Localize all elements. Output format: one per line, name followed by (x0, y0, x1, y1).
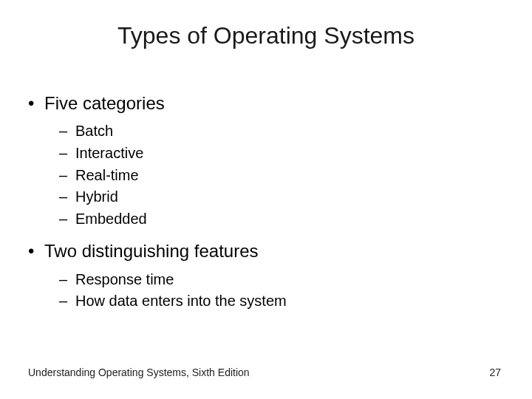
list-item: –Hybrid (59, 187, 495, 208)
footer-book-title: Understanding Operating Systems, Sixth E… (28, 366, 250, 378)
sub-item-text: Interactive (75, 145, 143, 161)
list-item: –Batch (59, 121, 495, 142)
dash-icon: – (59, 166, 75, 186)
slide-title: Types of Operating Systems (0, 22, 532, 50)
page-number: 27 (489, 366, 501, 378)
bullet-features: •Two distinguishing features (28, 239, 495, 263)
sub-list-features: –Response time –How data enters into the… (59, 270, 495, 312)
bullet-dot-icon: • (28, 92, 44, 115)
dash-icon: – (59, 187, 75, 208)
dash-icon: – (59, 209, 75, 230)
list-item: –Response time (59, 270, 495, 290)
list-item: –Interactive (59, 143, 495, 164)
list-item: –Real-time (59, 166, 495, 186)
list-item: –How data enters into the system (59, 291, 495, 312)
bullet-text: Two distinguishing features (44, 241, 259, 261)
sub-list-categories: –Batch –Interactive –Real-time –Hybrid –… (59, 121, 495, 229)
bullet-text: Five categories (44, 93, 165, 113)
sub-item-text: How data enters into the system (75, 293, 287, 309)
sub-item-text: Real-time (75, 167, 139, 183)
sub-item-text: Response time (75, 271, 174, 287)
bullet-dot-icon: • (28, 239, 44, 263)
sub-item-text: Embedded (75, 211, 147, 227)
dash-icon: – (59, 270, 75, 290)
dash-icon: – (59, 291, 75, 312)
slide: Types of Operating Systems •Five categor… (0, 0, 532, 399)
slide-content: •Five categories –Batch –Interactive –Re… (28, 87, 495, 322)
bullet-categories: •Five categories (28, 92, 495, 115)
sub-item-text: Batch (75, 123, 113, 139)
sub-item-text: Hybrid (75, 188, 118, 205)
list-item: –Embedded (59, 209, 495, 230)
dash-icon: – (59, 121, 75, 142)
dash-icon: – (59, 143, 75, 164)
